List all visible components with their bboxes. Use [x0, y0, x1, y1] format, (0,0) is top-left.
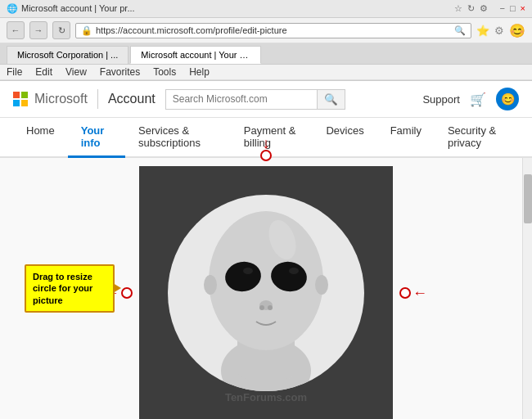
image-area[interactable]: TenForums.com ↓ ↓ → ← [139, 166, 393, 419]
search-button[interactable]: 🔍 [317, 90, 345, 109]
tab-title: Microsoft account | Your pr... [21, 3, 135, 14]
watermark: TenForums.com [225, 391, 307, 403]
close-button[interactable]: × [521, 3, 525, 14]
circle-mask[interactable] [168, 195, 364, 391]
svg-point-9 [268, 305, 273, 310]
menubar: File Edit View Favorites Tools Help [0, 65, 532, 80]
url-text: https://account.microsoft.com/profile/ed… [96, 25, 451, 35]
cart-icon[interactable]: 🛒 [470, 92, 486, 107]
tooltip-arrow [113, 283, 121, 293]
address-bar[interactable]: 🔒 https://account.microsoft.com/profile/… [75, 23, 471, 38]
search-bar[interactable]: 🔍 [165, 89, 345, 110]
ms-logo: Microsoft [13, 92, 88, 106]
title-bar-right: ☆ ↻ ⚙ − □ × [454, 3, 525, 14]
image-editor-container: Drag to resize circle for your picture [16, 166, 516, 419]
tab-home[interactable]: Home [13, 118, 68, 158]
ms-header: Microsoft Account 🔍 Support 🛒 😊 [0, 81, 532, 118]
svg-point-11 [315, 275, 328, 295]
menu-help[interactable]: Help [189, 66, 210, 78]
lock-icon: 🔒 [81, 25, 92, 36]
menu-edit[interactable]: Edit [35, 66, 52, 78]
address-icons: 🔍 [454, 25, 466, 36]
ms-divider [97, 89, 98, 109]
arrow-top: ↓ [263, 135, 270, 152]
scrollbar[interactable] [522, 158, 532, 419]
ms-logo-squares [13, 92, 28, 106]
tab-payment[interactable]: Payment & billing [231, 118, 313, 158]
ms-logo-sq-red [13, 92, 20, 98]
account-label: Account [108, 92, 156, 106]
handle-right[interactable] [399, 287, 411, 299]
minimize-button[interactable]: − [499, 3, 504, 14]
tab-security[interactable]: Security & privacy [435, 118, 519, 158]
page-content: Microsoft Account 🔍 Support 🛒 😊 Home You… [0, 81, 532, 419]
user-icon[interactable]: 😊 [509, 23, 525, 38]
support-link[interactable]: Support [422, 93, 460, 106]
ms-logo-sq-green [21, 92, 28, 98]
tab-1[interactable]: Microsoft Corporation | ... [7, 46, 128, 64]
header-right: Support 🛒 😊 [422, 88, 519, 110]
refresh-button[interactable]: ↻ [52, 21, 70, 39]
user-avatar[interactable]: 😊 [496, 88, 519, 110]
arrow-right: ← [413, 285, 427, 302]
svg-point-5 [243, 268, 253, 274]
handle-left[interactable] [121, 287, 133, 299]
favorites-star[interactable]: ☆ [454, 3, 462, 14]
tab-family[interactable]: Family [377, 118, 435, 158]
ms-logo-sq-yellow [21, 100, 28, 106]
menu-view[interactable]: View [65, 66, 87, 78]
tab-your-info[interactable]: Your info [68, 118, 125, 158]
back-button[interactable]: ← [7, 21, 25, 39]
settings-icon[interactable]: ⚙ [480, 3, 488, 14]
menu-tools[interactable]: Tools [153, 66, 176, 78]
svg-point-8 [259, 305, 264, 310]
menu-favorites[interactable]: Favorites [100, 66, 140, 78]
svg-point-10 [204, 275, 217, 295]
tab-2[interactable]: Microsoft account | Your pr... [130, 46, 261, 64]
ms-logo-sq-blue [13, 100, 20, 106]
menu-file[interactable]: File [7, 66, 22, 78]
forward-button[interactable]: → [29, 21, 47, 39]
window-controls[interactable]: 🌐 Microsoft account | Your pr... [7, 3, 135, 14]
favorites-icon[interactable]: ⭐ [476, 25, 489, 37]
scroll-thumb[interactable] [524, 174, 532, 223]
alien-img: TenForums.com [139, 166, 393, 419]
window-icon: 🌐 [7, 3, 18, 14]
tools-icon[interactable]: ⚙ [494, 25, 504, 37]
nav-bar: ← → ↻ 🔒 https://account.microsoft.com/pr… [0, 18, 532, 43]
tab-devices[interactable]: Devices [313, 118, 376, 158]
tabs-bar: Microsoft Corporation | ... Microsoft ac… [0, 43, 532, 65]
ms-logo-text: Microsoft [34, 92, 88, 106]
search-input[interactable] [166, 90, 317, 108]
maximize-button[interactable]: □ [510, 3, 516, 14]
drag-tooltip: Drag to resize circle for your picture [25, 264, 115, 313]
tab-services[interactable]: Services & subscriptions [125, 118, 231, 158]
svg-point-6 [289, 268, 299, 274]
search-icon[interactable]: 🔍 [454, 25, 466, 36]
main-content: Drag to resize circle for your picture [0, 158, 532, 419]
refresh-icon[interactable]: ↻ [467, 3, 475, 14]
alien-svg [184, 195, 348, 391]
